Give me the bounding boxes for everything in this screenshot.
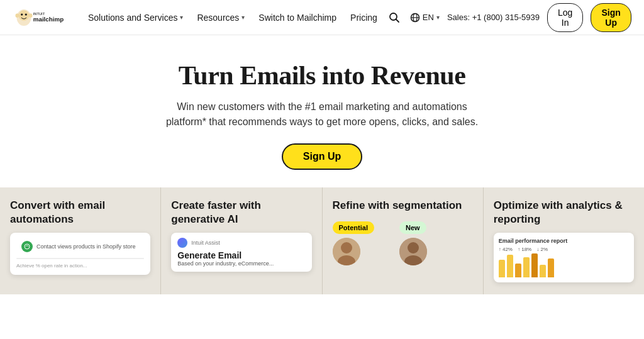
assist-label: Intuit Assist — [191, 240, 220, 246]
solutions-chevron: ▾ — [180, 14, 183, 21]
bar-4 — [523, 257, 530, 277]
feature-card-ai: Create faster with generative AI Intuit … — [161, 187, 322, 294]
feature-card-analytics: Optimize with analytics & reporting Emai… — [484, 187, 644, 294]
pill-new: New — [399, 221, 426, 234]
report-title: Email performance report — [499, 238, 629, 244]
automation-mockup: Contact views products in Shopify store … — [10, 233, 150, 275]
svg-point-2 — [21, 13, 23, 15]
automation-mockup-text: Contact views products in Shopify store — [36, 243, 136, 250]
nav-actions: EN ▾ Sales: +1 (800) 315-5939 Log In Sig… — [386, 3, 631, 32]
avatar-woman — [333, 238, 360, 265]
globe-icon — [410, 13, 420, 23]
hero-section: Turn Emails into Revenue Win new custome… — [0, 35, 644, 187]
feature-title-ai: Create faster with generative AI — [171, 199, 311, 226]
lang-label: EN — [423, 13, 434, 22]
pricing-label: Pricing — [350, 13, 377, 23]
search-icon — [389, 12, 400, 23]
nav-solutions[interactable]: Solutions and Services ▾ — [82, 9, 189, 26]
nav-switch[interactable]: Switch to Mailchimp — [252, 9, 343, 26]
bar-5 — [531, 253, 538, 277]
feature-title-segmentation: Refine with segmentation — [333, 199, 473, 213]
stat-item-clicks: ↑ 18% — [518, 247, 531, 252]
feature-cards: Convert with email automations Contact v… — [0, 187, 644, 294]
svg-point-3 — [25, 13, 27, 15]
lang-chevron: ▾ — [436, 14, 440, 21]
svg-point-18 — [408, 242, 419, 253]
sales-phone: Sales: +1 (800) 315-5939 — [447, 13, 540, 22]
stat-item-opens: ↑ 42% — [499, 247, 513, 252]
nav-links: Solutions and Services ▾ Resources ▾ Swi… — [82, 9, 384, 26]
bar-chart — [499, 252, 629, 277]
segment-pills: Potential New — [333, 219, 473, 265]
svg-point-13 — [25, 244, 30, 249]
analytics-mockup: Email performance report ↑ 42% ↑ 18% ↓ 2… — [494, 233, 634, 282]
nav-resources[interactable]: Resources ▾ — [191, 9, 251, 26]
svg-point-5 — [29, 13, 33, 18]
hero-title: Turn Emails into Revenue — [179, 60, 466, 91]
language-selector[interactable]: EN ▾ — [410, 13, 440, 23]
svg-point-15 — [341, 242, 352, 253]
svg-point-4 — [16, 13, 19, 18]
intuit-assist-icon — [177, 238, 187, 248]
analytics-stats-row: ↑ 42% ↑ 18% ↓ 2% — [499, 247, 629, 252]
feature-card-automations: Convert with email automations Contact v… — [0, 187, 161, 294]
ai-mockup: Intuit Assist Generate Email Based on yo… — [171, 233, 311, 272]
feature-title-analytics: Optimize with analytics & reporting — [494, 199, 634, 226]
nav-pricing[interactable]: Pricing — [344, 9, 384, 26]
search-button[interactable] — [386, 9, 402, 26]
solutions-label: Solutions and Services — [88, 13, 177, 23]
login-button[interactable]: Log In — [547, 3, 583, 32]
logo[interactable]: INTUIT mailchimp — [13, 6, 69, 29]
signup-nav-button[interactable]: Sign Up — [591, 3, 631, 32]
switch-label: Switch to Mailchimp — [258, 13, 336, 23]
svg-text:mailchimp: mailchimp — [33, 15, 64, 22]
bar-6 — [540, 265, 546, 277]
stat-item-unsubscribed: ↓ 2% — [536, 247, 548, 252]
shopify-icon — [21, 241, 33, 252]
navbar: INTUIT mailchimp Solutions and Services … — [0, 0, 644, 35]
avatar-man — [399, 238, 427, 265]
ai-sub: Based on your industry, eCommerce... — [177, 260, 305, 267]
bar-3 — [515, 264, 521, 277]
bar-1 — [499, 260, 505, 277]
hero-signup-button[interactable]: Sign Up — [282, 143, 362, 170]
feature-title-automations: Convert with email automations — [10, 199, 150, 226]
hero-subtitle: Win new customers with the #1 email mark… — [158, 99, 486, 130]
svg-line-9 — [396, 19, 399, 22]
pill-potential: Potential — [333, 221, 374, 234]
feature-card-segmentation: Refine with segmentation Potential N — [323, 187, 484, 294]
resources-chevron: ▾ — [242, 14, 245, 21]
generate-label: Generate Email — [177, 250, 305, 260]
bar-2 — [507, 255, 513, 277]
resources-label: Resources — [197, 13, 239, 23]
bar-7 — [548, 258, 554, 277]
